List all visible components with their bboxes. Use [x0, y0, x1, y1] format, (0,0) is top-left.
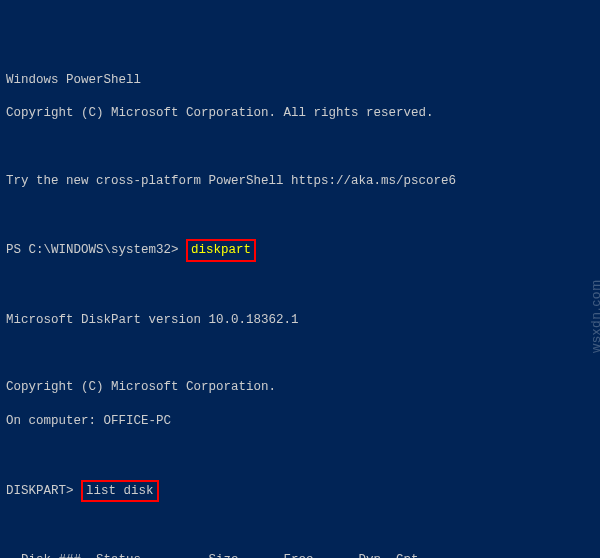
ps-copyright: Copyright (C) Microsoft Corporation. All… — [6, 105, 594, 122]
blank — [6, 346, 594, 363]
dp-version: Microsoft DiskPart version 10.0.18362.1 — [6, 312, 594, 329]
blank — [6, 139, 594, 156]
prompt-line[interactable]: PS C:\WINDOWS\system32> diskpart — [6, 240, 594, 261]
ps-title: Windows PowerShell — [6, 72, 594, 89]
ps-prompt: PS C:\WINDOWS\system32> — [6, 243, 179, 257]
blank — [6, 447, 594, 464]
watermark: wsxdn.com — [587, 279, 600, 353]
prompt-line[interactable]: DISKPART> list disk — [6, 481, 594, 502]
disk-table: Disk ### Status Size Free Dyn Gpt ------… — [6, 552, 594, 558]
cmd-list-disk: list disk — [81, 480, 159, 503]
blank — [6, 518, 594, 535]
on-computer: On computer: OFFICE-PC — [6, 413, 594, 430]
disk-table-header: Disk ### Status Size Free Dyn Gpt — [6, 552, 594, 558]
blank — [6, 207, 594, 224]
dp-copyright: Copyright (C) Microsoft Corporation. — [6, 379, 594, 396]
cmd-diskpart: diskpart — [186, 239, 256, 262]
blank — [6, 278, 594, 295]
dp-prompt: DISKPART> — [6, 484, 74, 498]
try-msg: Try the new cross-platform PowerShell ht… — [6, 173, 594, 190]
